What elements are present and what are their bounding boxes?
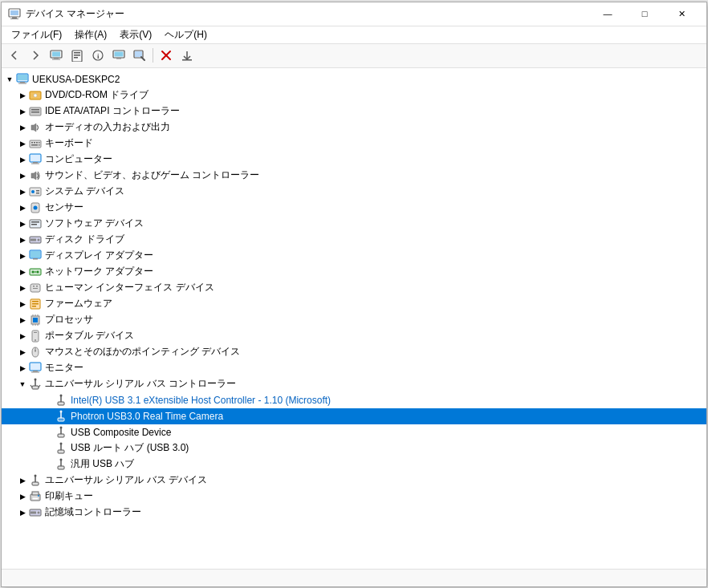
usb-ctrl-expand[interactable]: ▼ xyxy=(16,378,29,391)
display-label: ディスプレイ アダプター xyxy=(45,249,153,262)
svg-rect-2 xyxy=(12,17,17,18)
tree-item-usb-composite[interactable]: ▶ USB Composite Device xyxy=(2,424,706,440)
minimize-button[interactable]: — xyxy=(589,2,626,26)
monitor-expand[interactable]: ▶ xyxy=(16,362,29,375)
portable-expand[interactable]: ▶ xyxy=(16,330,29,343)
svg-rect-86 xyxy=(32,386,39,389)
tree-item-keyboard[interactable]: ▶ キーボード xyxy=(2,136,706,152)
svg-point-78 xyxy=(35,339,36,341)
display-expand[interactable]: ▶ xyxy=(16,249,29,262)
tree-item-photron[interactable]: ▶ Photron USB3.0 Real Time Camera xyxy=(2,408,706,424)
menu-view[interactable]: 表示(V) xyxy=(113,26,158,43)
tree-item-sound[interactable]: ▶ サウンド、ビデオ、およびゲーム コントローラー xyxy=(2,168,706,184)
sensor-label: センサー xyxy=(45,201,83,214)
tree-item-print[interactable]: ▶ 印刷キュー xyxy=(2,489,706,505)
svg-rect-30 xyxy=(31,109,39,111)
storage-expand[interactable]: ▶ xyxy=(16,506,29,519)
print-icon xyxy=(29,490,42,503)
info-button[interactable]: i xyxy=(88,46,108,65)
svg-rect-53 xyxy=(31,238,36,241)
svg-rect-83 xyxy=(33,371,38,372)
tree-root[interactable]: ▼ UEKUSA-DESKPC2 xyxy=(2,71,706,87)
processor-expand[interactable]: ▶ xyxy=(16,314,29,326)
forward-button[interactable] xyxy=(26,46,45,65)
sensor-expand[interactable]: ▶ xyxy=(16,201,29,214)
back-button[interactable] xyxy=(5,46,24,65)
tree-item-ide[interactable]: ▶ IDE ATA/ATAPI コントローラー xyxy=(2,103,706,120)
tree-item-audio[interactable]: ▶ オーディオの入力および出力 xyxy=(2,120,706,136)
tree-item-dvd[interactable]: ▶ DVD/CD-ROM ドライブ xyxy=(2,87,706,103)
usb-generic-label: 汎用 USB ハブ xyxy=(71,457,134,471)
tree-item-software[interactable]: ▶ ソフトウェア デバイス xyxy=(2,216,706,232)
svg-rect-16 xyxy=(116,58,121,59)
usb-ctrl-label: ユニバーサル シリアル バス コントローラー xyxy=(45,377,236,391)
usb-serial-dev-expand[interactable]: ▶ xyxy=(16,474,29,487)
tree-item-mouse[interactable]: ▶ マウスとそのほかのポインティング デバイス xyxy=(2,344,706,360)
title-bar-icon xyxy=(8,7,21,20)
svg-rect-25 xyxy=(20,82,25,83)
software-expand[interactable]: ▶ xyxy=(16,217,29,230)
tree-item-network[interactable]: ▶ ネットワーク アダプター xyxy=(2,264,706,280)
tree-item-processor[interactable]: ▶ プロセッサ xyxy=(2,312,706,328)
tree-item-firmware[interactable]: ▶ ファームウェア xyxy=(2,296,706,312)
disk-expand[interactable]: ▶ xyxy=(16,233,29,246)
ide-expand[interactable]: ▶ xyxy=(16,105,29,118)
keyboard-expand[interactable]: ▶ xyxy=(16,137,29,150)
usb-serial-dev-label: ユニバーサル シリアル バス デバイス xyxy=(45,473,207,487)
hid-expand[interactable]: ▶ xyxy=(16,282,29,294)
print-expand[interactable]: ▶ xyxy=(16,490,29,503)
device-manager-button[interactable] xyxy=(109,46,128,65)
tree-item-usb-ctrl[interactable]: ▼ ユニバーサル シリアル バス コントローラー xyxy=(2,376,706,392)
tree-item-disk[interactable]: ▶ ディスク ドライブ xyxy=(2,232,706,248)
tree-item-hid[interactable]: ▶ ヒューマン インターフェイス デバイス xyxy=(2,280,706,296)
scan-button[interactable] xyxy=(130,46,149,65)
tree-item-computer[interactable]: ▶ コンピューター xyxy=(2,152,706,168)
svg-rect-1 xyxy=(10,10,18,15)
sound-expand[interactable]: ▶ xyxy=(16,169,29,182)
firmware-expand[interactable]: ▶ xyxy=(16,298,29,310)
tree-item-usb-intel[interactable]: ▶ Intel(R) USB 3.1 eXtensible Host Contr… xyxy=(2,392,706,408)
remove-button[interactable] xyxy=(157,46,176,65)
tree-item-usb-serial-dev[interactable]: ▶ ユニバーサル シリアル バス デバイス xyxy=(2,472,706,489)
tree-item-portable[interactable]: ▶ ポータブル デバイス xyxy=(2,328,706,344)
system-expand[interactable]: ▶ xyxy=(16,185,29,198)
svg-rect-24 xyxy=(18,75,27,80)
properties-button[interactable] xyxy=(67,46,87,65)
root-expand[interactable]: ▼ xyxy=(3,73,16,86)
maximize-button[interactable]: □ xyxy=(626,2,663,26)
usb-intel-icon xyxy=(55,394,67,407)
computer-button[interactable] xyxy=(47,46,66,65)
mouse-expand[interactable]: ▶ xyxy=(16,346,29,359)
close-button[interactable]: ✕ xyxy=(663,2,700,26)
svg-rect-79 xyxy=(34,332,37,333)
monitor-icon xyxy=(29,362,42,375)
tree-item-system[interactable]: ▶ システム デバイス xyxy=(2,184,706,200)
audio-expand[interactable]: ▶ xyxy=(16,121,29,134)
svg-rect-5 xyxy=(52,52,60,57)
menu-action[interactable]: 操作(A) xyxy=(68,26,113,43)
menu-file[interactable]: ファイル(F) xyxy=(5,26,68,43)
svg-rect-96 xyxy=(58,450,64,453)
dvd-expand[interactable]: ▶ xyxy=(16,89,29,102)
svg-point-95 xyxy=(60,442,63,444)
portable-icon xyxy=(29,330,42,343)
network-label: ネットワーク アダプター xyxy=(45,265,153,278)
tree-item-usb-generic[interactable]: ▶ 汎用 USB ハブ xyxy=(2,456,706,472)
tree-item-sensor[interactable]: ▶ センサー xyxy=(2,200,706,216)
svg-rect-6 xyxy=(54,58,59,59)
menu-help[interactable]: ヘルプ(H) xyxy=(158,26,214,43)
svg-line-19 xyxy=(141,57,144,60)
tree-item-monitor[interactable]: ▶ モニター xyxy=(2,360,706,376)
tree-item-storage[interactable]: ▶ 記憶域コントローラー xyxy=(2,505,706,521)
network-expand[interactable]: ▶ xyxy=(16,266,29,278)
keyboard-icon xyxy=(29,137,42,150)
toolbar-separator xyxy=(153,48,153,63)
svg-rect-37 xyxy=(31,144,38,146)
computer-expand[interactable]: ▶ xyxy=(16,153,29,166)
tree-item-usb-hub[interactable]: ▶ USB ルート ハブ (USB 3.0) xyxy=(2,440,706,456)
svg-rect-3 xyxy=(10,18,18,19)
device-tree-container[interactable]: ▼ UEKUSA-DESKPC2 ▶ xyxy=(2,68,706,569)
svg-rect-56 xyxy=(33,258,38,260)
update-button[interactable] xyxy=(177,46,197,65)
tree-item-display[interactable]: ▶ ディスプレイ アダプター xyxy=(2,248,706,264)
